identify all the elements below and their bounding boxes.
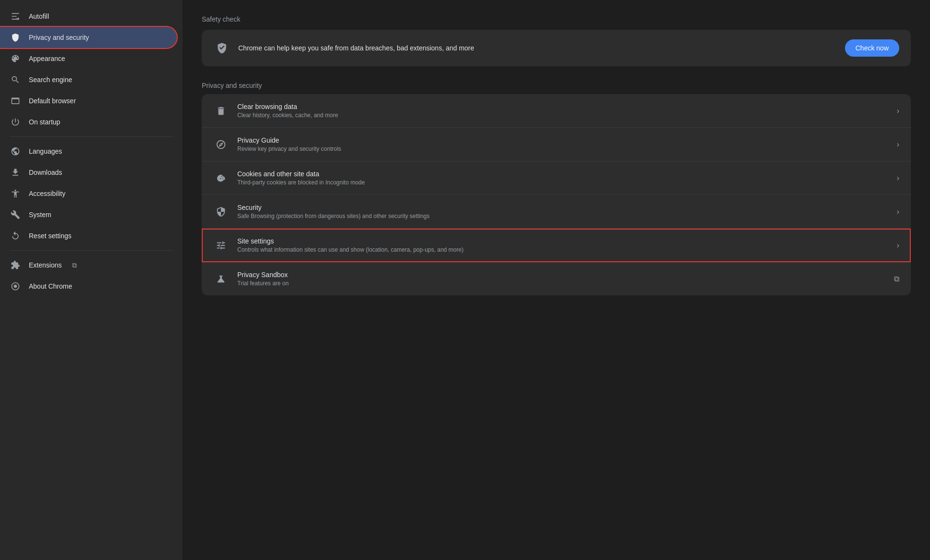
site-settings-name: Site settings [237,237,888,245]
sidebar-item-languages-label: Languages [29,147,62,155]
sidebar-item-on-startup-label: On startup [29,118,60,126]
cookies-chevron: › [897,174,899,183]
cookies-desc: Third-party cookies are blocked in Incog… [237,179,888,186]
privacy-guide-name: Privacy Guide [237,136,888,144]
site-settings-desc: Controls what information sites can use … [237,246,888,253]
sidebar-item-privacy-security[interactable]: Privacy and security [0,27,177,48]
autofill-icon [10,11,21,22]
sidebar: Autofill Privacy and security Appearance… [0,0,183,560]
check-now-button[interactable]: Check now [845,39,899,57]
sidebar-item-reset-settings[interactable]: Reset settings [0,225,177,246]
cookie-icon [213,170,229,186]
site-settings-chevron: › [897,241,899,250]
sidebar-item-appearance[interactable]: Appearance [0,48,177,69]
main-content: Safety check Chrome can help keep you sa… [183,0,930,560]
sliders-icon [213,238,229,253]
sidebar-item-extensions-label: Extensions [29,261,61,269]
sidebar-divider-2 [10,250,173,251]
privacy-sandbox-name: Privacy Sandbox [237,271,885,279]
clear-browsing-chevron: › [897,107,899,115]
power-icon [10,116,21,128]
sidebar-item-privacy-label: Privacy and security [29,34,89,41]
external-link-icon: ⧉ [72,261,77,269]
clear-browsing-name: Clear browsing data [237,103,888,110]
chrome-icon [10,280,21,292]
svg-point-0 [14,285,17,288]
accessibility-icon [10,188,21,199]
shield-icon [10,32,21,43]
security-name: Security [237,204,888,211]
search-icon [10,74,21,85]
privacy-section-title: Privacy and security [202,82,911,89]
clear-browsing-desc: Clear history, cookies, cache, and more [237,112,888,119]
sidebar-item-reset-label: Reset settings [29,232,72,240]
cookies-item[interactable]: Cookies and other site data Third-party … [202,161,911,195]
wrench-icon [10,209,21,220]
palette-icon [10,53,21,64]
clear-browsing-data-item[interactable]: Clear browsing data Clear history, cooki… [202,94,911,128]
cookies-content: Cookies and other site data Third-party … [237,170,888,186]
sidebar-item-default-browser-label: Default browser [29,97,76,105]
privacy-guide-desc: Review key privacy and security controls [237,146,888,152]
sidebar-item-languages[interactable]: Languages [0,141,177,162]
cookies-name: Cookies and other site data [237,170,888,178]
sidebar-item-accessibility[interactable]: Accessibility [0,183,177,204]
security-desc: Safe Browsing (protection from dangerous… [237,213,888,219]
sidebar-item-autofill-label: Autofill [29,12,49,20]
sidebar-item-extensions[interactable]: Extensions ⧉ [0,255,177,276]
privacy-guide-chevron: › [897,140,899,149]
safety-check-title: Safety check [202,15,911,23]
sidebar-item-system[interactable]: System [0,204,177,225]
sidebar-item-accessibility-label: Accessibility [29,190,65,197]
sidebar-item-about-chrome[interactable]: About Chrome [0,276,177,297]
privacy-settings-list: Clear browsing data Clear history, cooki… [202,94,911,295]
security-chevron: › [897,207,899,216]
privacy-sandbox-external-icon: ⧉ [894,275,899,283]
site-settings-item[interactable]: Site settings Controls what information … [202,229,911,262]
site-settings-content: Site settings Controls what information … [237,237,888,253]
sidebar-item-default-browser[interactable]: Default browser [0,90,177,111]
security-content: Security Safe Browsing (protection from … [237,204,888,219]
safety-shield-icon [213,39,231,57]
safety-check-card: Chrome can help keep you safe from data … [202,30,911,66]
security-item[interactable]: Security Safe Browsing (protection from … [202,195,911,229]
sidebar-item-on-startup[interactable]: On startup [0,111,177,133]
sidebar-item-about-chrome-label: About Chrome [29,282,72,290]
compass-icon [213,137,229,152]
sidebar-item-downloads[interactable]: Downloads [0,162,177,183]
shield-half-icon [213,204,229,219]
privacy-sandbox-desc: Trial features are on [237,280,885,287]
sidebar-item-search-engine[interactable]: Search engine [0,69,177,90]
safety-check-text: Chrome can help keep you safe from data … [238,44,837,52]
privacy-guide-item[interactable]: Privacy Guide Review key privacy and sec… [202,128,911,161]
download-icon [10,167,21,178]
globe-icon [10,146,21,157]
reset-icon [10,230,21,242]
privacy-sandbox-content: Privacy Sandbox Trial features are on [237,271,885,287]
puzzle-icon [10,259,21,271]
flask-icon [213,271,229,287]
privacy-guide-content: Privacy Guide Review key privacy and sec… [237,136,888,152]
trash-icon [213,103,229,119]
sidebar-item-search-label: Search engine [29,76,72,84]
privacy-sandbox-item[interactable]: Privacy Sandbox Trial features are on ⧉ [202,262,911,295]
browser-icon [10,95,21,107]
sidebar-item-autofill[interactable]: Autofill [0,6,177,27]
sidebar-item-appearance-label: Appearance [29,55,65,62]
clear-browsing-content: Clear browsing data Clear history, cooki… [237,103,888,119]
sidebar-item-system-label: System [29,211,51,219]
sidebar-divider-1 [10,136,173,137]
sidebar-item-downloads-label: Downloads [29,169,62,176]
